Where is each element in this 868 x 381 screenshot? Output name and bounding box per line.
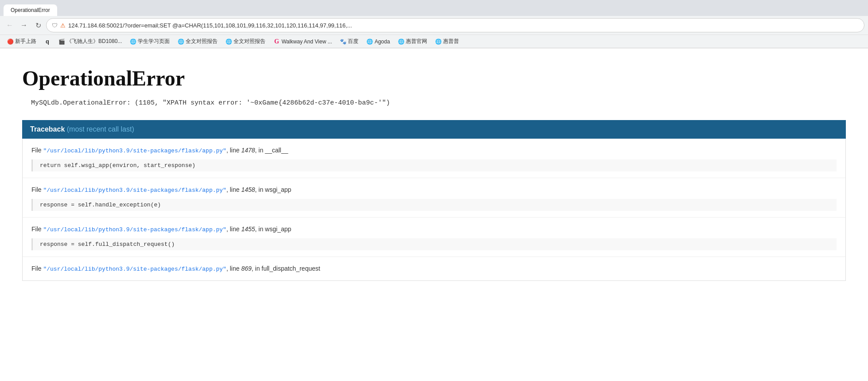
bookmark-huipu2[interactable]: 🌐 惠普普: [432, 37, 463, 46]
feichi-icon: 🎬: [58, 39, 65, 45]
globe-icon: 🌐: [435, 39, 441, 45]
frame-1-line-num: 1478: [241, 147, 255, 154]
bookmark-walkway[interactable]: G Walkway And View ...: [270, 38, 335, 46]
bookmark-label: Walkway And View ...: [281, 39, 332, 45]
frame-4-file-link[interactable]: "/usr/local/lib/python3.9/site-packages/…: [43, 266, 226, 272]
page-content: OperationalError MySQLdb.OperationalErro…: [0, 48, 868, 381]
globe-icon: 🌐: [130, 39, 136, 45]
bookmark-label: 惠普官网: [406, 38, 427, 45]
globe-icon: 🌐: [226, 39, 232, 45]
bookmark-xuesheng[interactable]: 🌐 学生学习页面: [126, 37, 173, 46]
traceback-frame-3: File "/usr/local/lib/python3.9/site-pack…: [23, 218, 845, 257]
traceback-frame-2: File "/usr/local/lib/python3.9/site-pack…: [23, 178, 845, 218]
frame-1-code: return self.wsgi_app(environ, start_resp…: [31, 159, 837, 171]
frame-3-file-line: File "/usr/local/lib/python3.9/site-pack…: [23, 222, 845, 237]
error-title: OperationalError: [22, 66, 846, 90]
bookmark-label: 《飞驰人生》BD1080...: [66, 38, 122, 45]
forward-button[interactable]: →: [18, 19, 30, 31]
xinshou-icon: 🔴: [7, 39, 13, 45]
shield-icon: 🛡: [52, 22, 58, 29]
error-message: MySQLdb.OperationalError: (1105, "XPATH …: [22, 99, 846, 107]
frame-2-file-link[interactable]: "/usr/local/lib/python3.9/site-packages/…: [43, 187, 226, 194]
bookmark-agoda[interactable]: 🌐 Agoda: [363, 38, 393, 46]
frame-2-file-line: File "/usr/local/lib/python3.9/site-pack…: [23, 183, 845, 197]
frame-2-code: response = self.handle_exception(e): [31, 199, 837, 211]
bookmark-label: 全文对照报告: [234, 38, 265, 45]
address-bar[interactable]: 🛡 ⚠ 124.71.184.68:50021/?order=email;SET…: [46, 18, 864, 32]
baidu-icon: 🐾: [340, 39, 346, 45]
bookmark-label: 新手上路: [15, 38, 36, 45]
traceback-subtitle-text: (most recent call last): [67, 125, 134, 133]
frame-2-line-num: 1458: [241, 186, 255, 193]
frame-4-file-line: File "/usr/local/lib/python3.9/site-pack…: [23, 261, 845, 276]
bookmark-xinshou[interactable]: 🔴 新手上路: [4, 37, 40, 46]
traceback-frame-4: File "/usr/local/lib/python3.9/site-pack…: [23, 257, 845, 280]
globe-icon: 🌐: [178, 39, 184, 45]
bookmark-quanwen1[interactable]: 🌐 全文对照报告: [174, 37, 221, 46]
traceback-label: Traceback: [30, 125, 65, 133]
walkway-icon: G: [273, 39, 280, 45]
frame-1-file-link[interactable]: "/usr/local/lib/python3.9/site-packages/…: [43, 148, 226, 154]
back-button[interactable]: ←: [4, 19, 16, 31]
bookmark-quanwen2[interactable]: 🌐 全文对照报告: [222, 37, 269, 46]
traceback-frame-1: File "/usr/local/lib/python3.9/site-pack…: [23, 139, 845, 178]
browser-chrome: OperationalError ← → ↻ 🛡 ⚠ 124.71.184.68…: [0, 0, 868, 48]
frame-3-file-link[interactable]: "/usr/local/lib/python3.9/site-packages/…: [43, 226, 226, 233]
bookmark-label: 全文对照报告: [186, 38, 218, 45]
bookmark-label: Agoda: [374, 39, 390, 45]
bookmark-label: 百度: [348, 38, 358, 45]
traceback-body: File "/usr/local/lib/python3.9/site-pack…: [22, 139, 846, 281]
bookmark-label: 学生学习页面: [138, 38, 170, 45]
globe-icon: 🌐: [398, 39, 404, 45]
tab-bar: OperationalError: [0, 0, 868, 16]
warn-icon: ⚠: [60, 22, 66, 29]
frame-4-line-num: 869: [241, 265, 251, 272]
bookmark-baidu[interactable]: 🐾 百度: [336, 37, 362, 46]
traceback-section: Traceback (most recent call last) File "…: [22, 120, 846, 281]
active-tab[interactable]: OperationalError: [4, 4, 57, 16]
frame-3-code: response = self.full_dispatch_request(): [31, 238, 837, 250]
frame-3-line-num: 1455: [241, 225, 255, 233]
bookmark-huipu[interactable]: 🌐 惠普官网: [394, 37, 431, 46]
bookmarks-bar: 🔴 新手上路 q 🎬 《飞驰人生》BD1080... 🌐 学生学习页面 🌐 全文…: [0, 35, 868, 48]
nav-bar: ← → ↻ 🛡 ⚠ 124.71.184.68:50021/?order=ema…: [0, 16, 868, 35]
bookmark-label: 惠普普: [443, 38, 459, 45]
q-icon: q: [44, 39, 51, 45]
frame-1-file-line: File "/usr/local/lib/python3.9/site-pack…: [23, 143, 845, 158]
bookmark-feichi[interactable]: 🎬 《飞驰人生》BD1080...: [55, 37, 125, 46]
traceback-header: Traceback (most recent call last): [22, 120, 846, 139]
bookmark-q[interactable]: q: [41, 38, 54, 46]
url-text: 124.71.184.68:50021/?order=email;SET @a=…: [68, 22, 859, 29]
reload-button[interactable]: ↻: [32, 19, 44, 31]
globe-icon: 🌐: [366, 39, 373, 45]
